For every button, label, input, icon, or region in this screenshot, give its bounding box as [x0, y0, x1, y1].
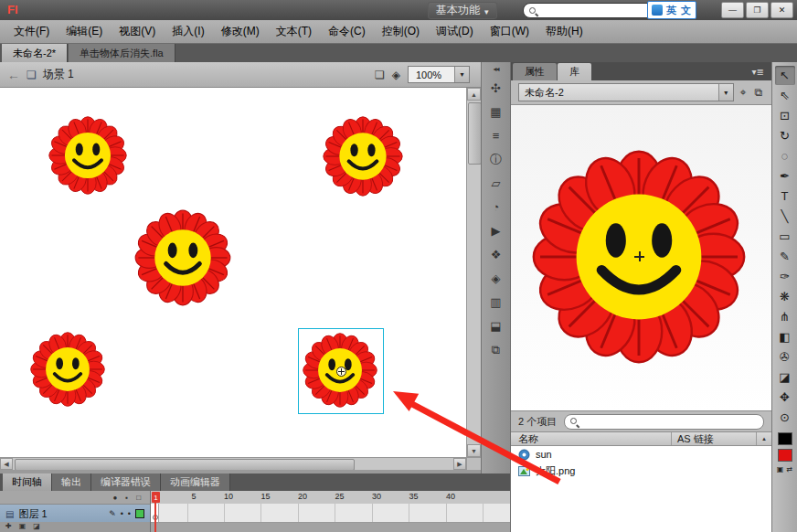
- lasso-tool[interactable]: ◌: [775, 146, 795, 165]
- close-button[interactable]: ✕: [770, 2, 793, 18]
- new-library-panel-icon[interactable]: ⧉: [752, 86, 764, 99]
- menu-item[interactable]: 编辑(E): [58, 20, 111, 43]
- layer-name[interactable]: 图层 1: [18, 507, 104, 521]
- stage-canvas[interactable]: [0, 88, 466, 457]
- selected-sun-instance[interactable]: [298, 328, 384, 414]
- line-tool[interactable]: ╲: [775, 207, 795, 226]
- pencil-tool[interactable]: ✎: [775, 247, 795, 266]
- default-colors-icon[interactable]: ▣: [777, 465, 784, 473]
- tab-compiler-errors[interactable]: 编译器错误: [91, 473, 161, 491]
- sun-instance[interactable]: [322, 115, 404, 197]
- panel-menu-icon[interactable]: ▾≣: [745, 63, 771, 80]
- scroll-up-icon[interactable]: ▲: [467, 88, 481, 101]
- menu-item[interactable]: 控制(O): [374, 20, 428, 43]
- motion-presets-panel-icon[interactable]: ▶: [484, 220, 508, 241]
- frame-ruler[interactable]: 510152025303540: [151, 491, 510, 505]
- scroll-left-icon[interactable]: ◀: [0, 458, 13, 470]
- menu-item[interactable]: 窗口(W): [482, 20, 537, 43]
- menu-item[interactable]: 命令(C): [320, 20, 374, 43]
- playhead[interactable]: 1: [152, 492, 160, 503]
- sun-instance[interactable]: [48, 115, 128, 196]
- selection-tool[interactable]: ↖: [775, 66, 795, 85]
- info-panel-icon[interactable]: ⓘ: [484, 149, 508, 170]
- pen-tool[interactable]: ✒: [775, 166, 795, 186]
- lock-icon[interactable]: ▪: [125, 494, 128, 502]
- menu-item[interactable]: 文件(F): [5, 20, 58, 43]
- back-arrow-icon[interactable]: ←: [7, 68, 20, 82]
- transform-point-icon[interactable]: [336, 367, 346, 377]
- behaviors-panel-icon[interactable]: ⬓: [484, 315, 508, 336]
- stroke-color-swatch[interactable]: [778, 432, 792, 445]
- outline-icon[interactable]: □: [136, 494, 141, 502]
- outline-color-swatch[interactable]: [135, 509, 144, 518]
- layer-row[interactable]: ▤ 图层 1 ✎ • •: [0, 505, 150, 524]
- text-tool[interactable]: T: [775, 186, 795, 206]
- library-item-bitmap[interactable]: 太阳.png: [511, 463, 771, 479]
- tab-motion-editor[interactable]: 动画编辑器: [161, 473, 230, 491]
- vertical-scroll-thumb[interactable]: [468, 102, 482, 165]
- edit-scene-icon[interactable]: ❏: [375, 69, 385, 81]
- expand-panels-icon[interactable]: ◂◂: [482, 62, 510, 75]
- swap-colors-icon[interactable]: ⇄: [786, 465, 792, 473]
- visibility-icon[interactable]: ●: [112, 494, 117, 502]
- 3d-rotation-tool[interactable]: ↻: [775, 126, 795, 145]
- menu-item[interactable]: 修改(M): [213, 20, 268, 43]
- stage-horizontal-scrollbar[interactable]: ◀ ▶: [0, 457, 466, 470]
- sun-instance[interactable]: [133, 208, 232, 307]
- library-search-box[interactable]: [564, 414, 764, 430]
- tab-output[interactable]: 输出: [52, 473, 91, 491]
- zoom-select[interactable]: 100% ▾: [408, 66, 470, 83]
- library-search-input[interactable]: [582, 415, 759, 428]
- hand-tool[interactable]: ✥: [775, 388, 795, 407]
- eraser-tool[interactable]: ◪: [775, 367, 795, 387]
- ime-language-badge[interactable]: 英 文: [647, 1, 696, 19]
- code-snippets-panel-icon[interactable]: ◈: [484, 268, 508, 289]
- workspace-switcher[interactable]: 基本功能: [428, 2, 497, 19]
- edit-symbols-icon[interactable]: ◈: [392, 69, 400, 81]
- align-panel-icon[interactable]: ≡: [484, 125, 508, 146]
- stage-vertical-scrollbar[interactable]: ▲ ▼: [466, 88, 481, 457]
- chevron-down-icon[interactable]: ▾: [454, 67, 469, 82]
- help-search-box[interactable]: [523, 3, 654, 18]
- paint-bucket-tool[interactable]: ◧: [775, 327, 795, 346]
- brush-tool[interactable]: ✑: [775, 267, 795, 286]
- column-as-linkage[interactable]: AS 链接: [671, 432, 756, 445]
- scroll-down-icon[interactable]: ▼: [467, 444, 481, 457]
- new-folder-icon[interactable]: ▣: [19, 522, 27, 530]
- zoom-tool[interactable]: ⊙: [775, 408, 795, 427]
- deco-tool[interactable]: ❋: [775, 287, 795, 306]
- project-panel-icon[interactable]: ⧉: [484, 339, 508, 360]
- library-item-sun[interactable]: sun: [511, 446, 771, 463]
- menu-item[interactable]: 帮助(H): [537, 20, 591, 43]
- help-search-input[interactable]: [541, 5, 649, 17]
- tab-timeline[interactable]: 时间轴: [3, 473, 52, 491]
- document-tab-untitled2[interactable]: 未命名-2*: [2, 44, 68, 62]
- rectangle-tool[interactable]: ▭: [775, 227, 795, 246]
- layer-frames-row[interactable]: [151, 504, 510, 523]
- menu-item[interactable]: 文本(T): [268, 20, 320, 43]
- bone-tool[interactable]: ⋔: [775, 307, 795, 326]
- menu-item[interactable]: 视图(V): [111, 20, 164, 43]
- maximize-button[interactable]: ❐: [746, 2, 769, 18]
- column-name[interactable]: 名称: [511, 432, 671, 445]
- lock-dot-icon[interactable]: •: [128, 509, 131, 518]
- swatches-panel-icon[interactable]: ▦: [484, 101, 508, 122]
- chevron-down-icon[interactable]: ▾: [718, 84, 733, 101]
- document-tab-fla[interactable]: 单击物体后消失.fla: [69, 44, 175, 62]
- pin-library-icon[interactable]: ⌖: [739, 86, 749, 99]
- delete-layer-icon[interactable]: ◪: [33, 522, 40, 530]
- library-document-select[interactable]: 未命名-2 ▾: [518, 83, 734, 101]
- subselection-tool[interactable]: ⇖: [775, 86, 795, 105]
- strings-panel-icon[interactable]: ▥: [484, 292, 508, 313]
- components-panel-icon[interactable]: ❖: [484, 244, 508, 265]
- menu-item[interactable]: 调试(D): [428, 20, 482, 43]
- free-transform-tool[interactable]: ⊡: [775, 106, 795, 125]
- timeline-frames-pane[interactable]: 510152025303540 1: [151, 491, 510, 532]
- history-panel-icon[interactable]: ◔: [484, 197, 508, 218]
- tab-library[interactable]: 库: [558, 63, 591, 80]
- menu-item[interactable]: 插入(I): [164, 20, 212, 43]
- scroll-right-icon[interactable]: ▶: [453, 458, 466, 470]
- fill-color-swatch[interactable]: [778, 449, 792, 462]
- sort-toggle-icon[interactable]: ▴: [756, 432, 771, 445]
- visibility-dot-icon[interactable]: •: [121, 509, 123, 518]
